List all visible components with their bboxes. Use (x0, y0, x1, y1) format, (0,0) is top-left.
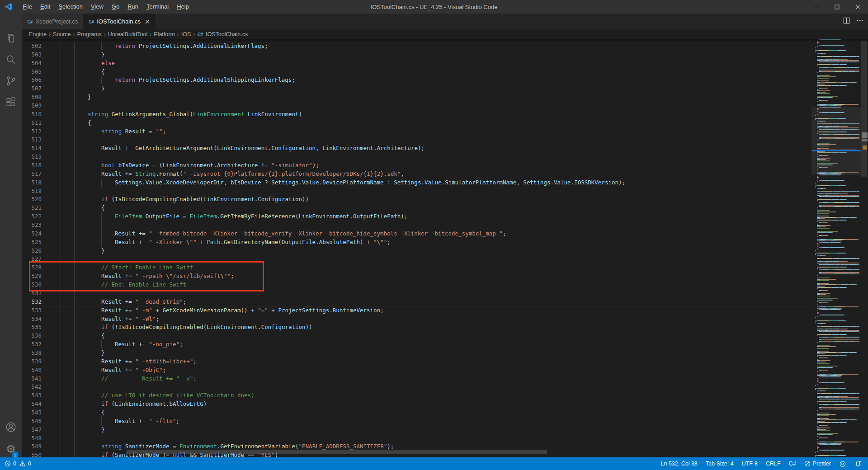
tab-close-icon[interactable] (145, 19, 150, 24)
code-line-506[interactable]: 506return ProjectSettings.AdditionalShip… (22, 76, 811, 85)
menu-run[interactable]: Run (123, 0, 142, 14)
code-line-547[interactable]: 547} (22, 426, 811, 434)
notifications-bell-icon[interactable] (854, 460, 862, 467)
encoding[interactable]: UTF-8 (742, 461, 758, 467)
code-line-548[interactable]: 548 (22, 434, 811, 443)
split-editor-icon[interactable] (843, 17, 850, 26)
tab-xcodeproject.cs[interactable]: C#XcodeProject.cs (22, 14, 83, 29)
csharp-file-icon: C# (197, 32, 203, 37)
code-line-519[interactable]: 519 (22, 187, 811, 196)
menu-go[interactable]: Go (108, 0, 123, 14)
code-line-520[interactable]: 520if (IsBitcodeCompilingEnabled(LinkEnv… (22, 195, 811, 204)
cursor-position[interactable]: Ln 532, Col 38 (660, 461, 697, 467)
code-line-541[interactable]: 541// Result += " -v"; (22, 375, 811, 383)
code-line-508[interactable]: 508} (22, 93, 811, 102)
account-icon[interactable] (0, 417, 22, 437)
code-line-540[interactable]: 540Result += " -ObjC"; (22, 366, 811, 375)
code-line-502[interactable]: 502return ProjectSettings.AdditionalLink… (22, 42, 811, 51)
code-line-510[interactable]: 510string GetLinkArguments_Global(LinkEn… (22, 110, 811, 119)
code-line-513[interactable]: 513 (22, 136, 811, 144)
tab-size[interactable]: Tab Size: 4 (706, 461, 734, 467)
minimap[interactable] (811, 39, 861, 457)
minimap-slider[interactable] (811, 107, 861, 175)
indent-guide (61, 230, 74, 238)
menu-help[interactable]: Help (173, 0, 193, 14)
indent-guide (88, 306, 101, 315)
menu-view[interactable]: View (87, 0, 108, 14)
breadcrumb-item[interactable]: Programs (77, 31, 102, 38)
search-icon[interactable] (0, 49, 22, 70)
error-icon (5, 461, 11, 467)
breadcrumb-item[interactable]: Source (53, 31, 71, 38)
explorer-icon[interactable] (0, 28, 22, 49)
code-line-507[interactable]: 507} (22, 85, 811, 93)
indent-guide (88, 51, 101, 59)
breadcrumb-item[interactable]: C#IOSToolChain.cs (197, 31, 248, 38)
eol-sequence[interactable]: CRLF (766, 461, 781, 467)
code-line-503[interactable]: 503} (22, 51, 811, 59)
source-control-icon[interactable] (0, 70, 22, 91)
indent-guide (74, 187, 88, 196)
code-line-505[interactable]: 505{ (22, 68, 811, 76)
maximize-button[interactable] (826, 0, 847, 14)
breadcrumb-item[interactable]: Engine (29, 31, 47, 38)
code-area[interactable]: 502return ProjectSettings.AdditionalLink… (22, 42, 811, 457)
code-line-514[interactable]: 514Result += GetArchitectureArgument(Lin… (22, 144, 811, 153)
code-line-517[interactable]: 517Result += String.Format(" -isysroot {… (22, 170, 811, 179)
code-line-534[interactable]: 534Result += " -Wl"; (22, 315, 811, 324)
indent-guide (88, 349, 101, 357)
code-line-535[interactable]: 535if (!IsBitcodeCompilingEnabled(LinkEn… (22, 323, 811, 332)
language-mode[interactable]: C# (789, 461, 796, 467)
code-line-538[interactable]: 538} (22, 349, 811, 357)
code-line-539[interactable]: 539Result += " -stdlib=libc++"; (22, 357, 811, 366)
code-line-525[interactable]: 525Result += " -Xlinker \"" + Path.GetDi… (22, 238, 811, 247)
code-line-521[interactable]: 521{ (22, 204, 811, 212)
menu-terminal[interactable]: Terminal (142, 0, 173, 14)
indent-guide (74, 170, 88, 179)
menu-file[interactable]: File (19, 0, 36, 14)
formatter-status[interactable]: Prettier (804, 461, 831, 467)
problems-errors[interactable]: 0 (5, 461, 16, 467)
extensions-icon[interactable] (0, 92, 22, 113)
line-number: 534 (22, 315, 42, 324)
code-line-545[interactable]: 545{ (22, 409, 811, 417)
code-line-512[interactable]: 512string Result = ""; (22, 127, 811, 136)
menu-selection[interactable]: Selection (54, 0, 86, 14)
breadcrumb-item[interactable]: Platform (154, 31, 175, 38)
problems-warnings[interactable]: 0 (19, 461, 31, 467)
indent-guide (74, 76, 88, 85)
code-line-526[interactable]: 526} (22, 247, 811, 255)
code-line-536[interactable]: 536{ (22, 332, 811, 340)
code-line-543[interactable]: 543// use LTO if desired (like VCToolcha… (22, 391, 811, 400)
breadcrumb-item[interactable]: IOS (181, 31, 191, 38)
code-line-522[interactable]: 522FileItem OutputFile = FileItem.GetIte… (22, 212, 811, 221)
minimize-button[interactable] (806, 0, 826, 14)
code-line-544[interactable]: 544if (LinkEnvironment.bAllowLTCG) (22, 400, 811, 409)
editor[interactable]: 502return ProjectSettings.AdditionalLink… (22, 39, 868, 457)
csharp-file-icon: C# (27, 19, 33, 24)
code-line-504[interactable]: 504else (22, 59, 811, 68)
menu-edit[interactable]: Edit (36, 0, 54, 14)
code-line-523[interactable]: 523 (22, 221, 811, 230)
code-line-511[interactable]: 511{ (22, 119, 811, 127)
line-number: 505 (22, 68, 42, 76)
horizontal-scrollbar-thumb[interactable] (127, 450, 547, 454)
code-line-542[interactable]: 542 (22, 383, 811, 391)
vertical-scrollbar-thumb[interactable] (861, 41, 867, 177)
more-actions-icon[interactable] (856, 17, 863, 26)
indent-guide (61, 417, 74, 426)
close-button[interactable] (847, 0, 868, 14)
code-line-524[interactable]: 524Result += " -fembed-bitcode -Xlinker … (22, 230, 811, 238)
code-line-533[interactable]: 533Result += " -m" + GetXcodeMinVersionP… (22, 306, 811, 315)
settings-gear-icon[interactable]: ⚙ 1 (0, 438, 22, 459)
breadcrumb-item[interactable]: UnrealBuildTool (108, 31, 148, 38)
code-line-516[interactable]: 516bool bIsDevice = (LinkEnvironment.Arc… (22, 161, 811, 170)
code-line-546[interactable]: 546Result += " -flto"; (22, 417, 811, 426)
indent-guide (61, 451, 74, 457)
code-line-515[interactable]: 515 (22, 153, 811, 161)
code-line-537[interactable]: 537Result += "-no_pie"; (22, 340, 811, 349)
tab-iostoolchain.cs[interactable]: C#IOSToolChain.cs (83, 14, 155, 29)
feedback-icon[interactable] (839, 461, 846, 467)
code-line-509[interactable]: 509 (22, 102, 811, 110)
code-line-518[interactable]: 518Settings.Value.XcodeDeveloperDir, bIs… (22, 179, 811, 187)
